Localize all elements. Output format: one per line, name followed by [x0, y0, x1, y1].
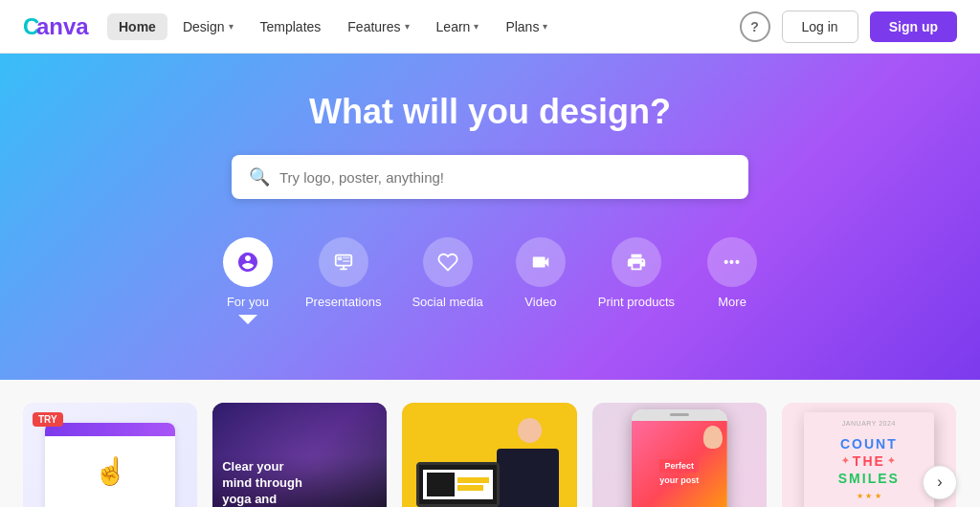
search-icon: 🔍 — [249, 166, 270, 187]
poster-line2: ✦THE✦ — [841, 453, 897, 469]
for-you-icon — [223, 237, 273, 287]
print-icon — [612, 237, 661, 287]
chevron-down-icon: ▾ — [543, 21, 547, 32]
svg-rect-3 — [337, 257, 342, 261]
poster-card: JANUARY 2024 COUNT ✦THE✦ SMILES ★ ★ ★ — [804, 412, 935, 507]
print-products-label: Print products — [598, 295, 675, 309]
card-inner: ☝ — [45, 423, 176, 508]
nav-learn[interactable]: Learn ▾ — [425, 13, 491, 40]
card-instagram[interactable]: Perfect your post Instagram Post — [592, 403, 767, 507]
card-text: Clear yourmind throughyoga andmeditation… — [222, 459, 302, 507]
nav-design[interactable]: Design ▾ — [171, 13, 245, 40]
cursor-icon: ☝ — [94, 455, 127, 487]
poster-line3: SMILES — [838, 471, 900, 486]
person-head — [518, 418, 543, 443]
next-arrow-button[interactable]: › — [923, 466, 957, 500]
login-button[interactable]: Log in — [782, 11, 858, 43]
search-input[interactable] — [279, 169, 731, 186]
nav-home[interactable]: Home — [107, 13, 167, 40]
chevron-down-icon: ▾ — [405, 21, 410, 32]
chevron-down-icon: ▾ — [229, 21, 234, 32]
nav-actions: ? Log in Sign up — [740, 11, 957, 43]
cards-section: TRY ☝ Play with Canva Clear yourmind thr… — [0, 380, 980, 507]
navbar: C anva Home Design ▾ Templates Features … — [0, 0, 980, 54]
more-label: More — [718, 295, 746, 309]
category-social-media[interactable]: Social media — [400, 230, 494, 332]
card-presentation[interactable]: Presentation (16:9) — [402, 403, 576, 507]
card-thumbnail — [402, 403, 576, 507]
cards-row: TRY ☝ Play with Canva Clear yourmind thr… — [23, 403, 957, 507]
person-body — [497, 449, 560, 507]
category-presentations[interactable]: Presentations — [294, 230, 393, 332]
hero-heading: What will you design? — [19, 92, 961, 132]
svg-rect-4 — [343, 257, 349, 259]
chevron-down-icon: ▾ — [474, 21, 479, 32]
category-print-products[interactable]: Print products — [587, 230, 686, 332]
category-tabs: For you Presentations Social media Video — [19, 230, 961, 332]
card-thumbnail: Clear yourmind throughyoga andmeditation… — [212, 403, 387, 507]
nav-templates[interactable]: Templates — [249, 13, 333, 40]
presentations-label: Presentations — [305, 295, 382, 309]
nav-links: Home Design ▾ Templates Features ▾ Learn… — [107, 13, 740, 40]
poster-line1: COUNT — [840, 436, 898, 452]
svg-text:anva: anva — [36, 13, 89, 39]
presentations-icon — [319, 237, 368, 287]
more-icon: ••• — [707, 237, 757, 287]
svg-rect-5 — [343, 260, 349, 262]
card-thumbnail: TRY ☝ — [23, 403, 197, 507]
card-thumbnail: Perfect your post — [592, 403, 767, 507]
search-bar: 🔍 — [232, 155, 748, 199]
phone-mockup: Perfect your post — [632, 409, 727, 507]
card-video[interactable]: Clear yourmind throughyoga andmeditation… — [212, 403, 387, 507]
hero-section: What will you design? 🔍 For you Presenta… — [0, 54, 980, 380]
card-overlay: Clear yourmind throughyoga andmeditation… — [212, 403, 387, 507]
nav-features[interactable]: Features ▾ — [336, 13, 420, 40]
category-more[interactable]: ••• More — [694, 230, 770, 332]
category-for-you[interactable]: For you — [210, 230, 286, 332]
for-you-label: For you — [227, 295, 269, 309]
category-video[interactable]: Video — [502, 230, 579, 332]
social-media-label: Social media — [412, 295, 482, 309]
nav-plans[interactable]: Plans ▾ — [494, 13, 559, 40]
try-badge: TRY — [33, 412, 63, 427]
logo[interactable]: C anva — [23, 13, 92, 40]
social-media-icon — [423, 237, 473, 287]
signup-button[interactable]: Sign up — [870, 11, 957, 42]
laptop — [416, 462, 500, 508]
card-topbar — [45, 423, 176, 436]
card-play-with-canva[interactable]: TRY ☝ Play with Canva — [23, 403, 197, 507]
video-icon — [516, 237, 566, 287]
active-indicator — [238, 315, 257, 324]
help-button[interactable]: ? — [740, 11, 770, 42]
video-label: Video — [524, 295, 556, 309]
